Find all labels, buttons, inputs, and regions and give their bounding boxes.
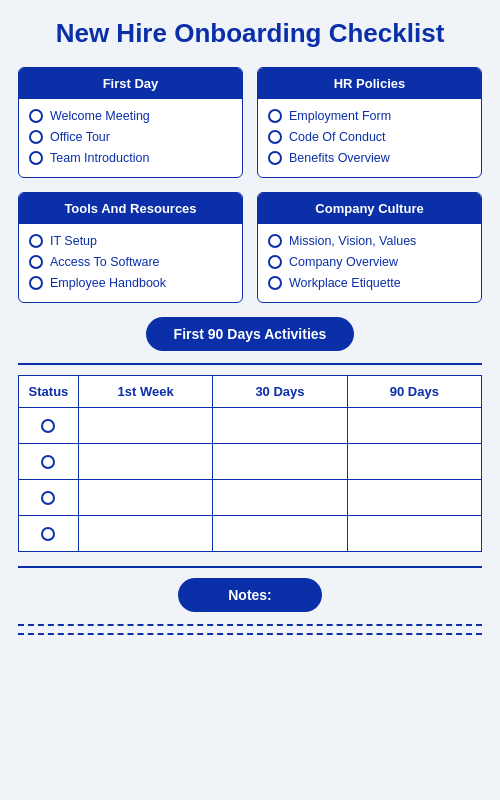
hr-policies-body: Employment Form Code Of Conduct Benefits… <box>258 99 481 177</box>
checkbox-icon[interactable] <box>268 130 282 144</box>
checkbox-icon[interactable] <box>29 276 43 290</box>
list-item: Employment Form <box>268 109 471 123</box>
days90-cell[interactable] <box>347 480 481 516</box>
checkbox-icon[interactable] <box>29 130 43 144</box>
col-90-days: 90 Days <box>347 376 481 408</box>
tools-resources-body: IT Setup Access To Software Employee Han… <box>19 224 242 302</box>
col-1st-week: 1st Week <box>78 376 212 408</box>
checkbox-icon[interactable] <box>29 109 43 123</box>
list-item: Workplace Etiquette <box>268 276 471 290</box>
tools-resources-header: Tools And Resources <box>19 193 242 224</box>
checkbox-icon[interactable] <box>268 255 282 269</box>
activities-table: Status 1st Week 30 Days 90 Days <box>18 375 482 552</box>
checkbox-icon[interactable] <box>29 255 43 269</box>
days30-cell[interactable] <box>213 480 347 516</box>
hr-policies-header: HR Policies <box>258 68 481 99</box>
table-header-row: Status 1st Week 30 Days 90 Days <box>19 376 482 408</box>
company-culture-card: Company Culture Mission, Vision, Values … <box>257 192 482 303</box>
col-status: Status <box>19 376 79 408</box>
list-item: Benefits Overview <box>268 151 471 165</box>
status-checkbox-icon[interactable] <box>41 491 55 505</box>
checkbox-icon[interactable] <box>268 276 282 290</box>
main-title: New Hire Onboarding Checklist <box>18 18 482 49</box>
status-cell <box>19 444 79 480</box>
status-checkbox-icon[interactable] <box>41 455 55 469</box>
activities-button[interactable]: First 90 Days Activities <box>146 317 355 351</box>
list-item: Company Overview <box>268 255 471 269</box>
table-row <box>19 444 482 480</box>
company-culture-body: Mission, Vision, Values Company Overview… <box>258 224 481 302</box>
table-row <box>19 516 482 552</box>
checkbox-icon[interactable] <box>268 151 282 165</box>
week-cell[interactable] <box>78 480 212 516</box>
first-day-card: First Day Welcome Meeting Office Tour Te… <box>18 67 243 178</box>
week-cell[interactable] <box>78 444 212 480</box>
days90-cell[interactable] <box>347 408 481 444</box>
checkbox-icon[interactable] <box>29 151 43 165</box>
dashed-line-2 <box>18 633 482 635</box>
status-checkbox-icon[interactable] <box>41 419 55 433</box>
days30-cell[interactable] <box>213 408 347 444</box>
table-row <box>19 408 482 444</box>
dashed-line-1 <box>18 624 482 626</box>
list-item: Team Introduction <box>29 151 232 165</box>
days90-cell[interactable] <box>347 444 481 480</box>
list-item: Welcome Meeting <box>29 109 232 123</box>
status-checkbox-icon[interactable] <box>41 527 55 541</box>
status-cell <box>19 408 79 444</box>
checkbox-icon[interactable] <box>29 234 43 248</box>
days90-cell[interactable] <box>347 516 481 552</box>
checkbox-icon[interactable] <box>268 234 282 248</box>
list-item: Employee Handbook <box>29 276 232 290</box>
bottom-grid: Tools And Resources IT Setup Access To S… <box>18 192 482 303</box>
status-cell <box>19 516 79 552</box>
first-day-body: Welcome Meeting Office Tour Team Introdu… <box>19 99 242 177</box>
page: New Hire Onboarding Checklist First Day … <box>0 0 500 662</box>
days30-cell[interactable] <box>213 516 347 552</box>
hr-policies-card: HR Policies Employment Form Code Of Cond… <box>257 67 482 178</box>
divider-2 <box>18 566 482 568</box>
table-row <box>19 480 482 516</box>
list-item: Mission, Vision, Values <box>268 234 471 248</box>
week-cell[interactable] <box>78 408 212 444</box>
first-day-header: First Day <box>19 68 242 99</box>
divider <box>18 363 482 365</box>
top-grid: First Day Welcome Meeting Office Tour Te… <box>18 67 482 178</box>
days30-cell[interactable] <box>213 444 347 480</box>
status-cell <box>19 480 79 516</box>
company-culture-header: Company Culture <box>258 193 481 224</box>
list-item: Access To Software <box>29 255 232 269</box>
list-item: IT Setup <box>29 234 232 248</box>
list-item: Code Of Conduct <box>268 130 471 144</box>
list-item: Office Tour <box>29 130 232 144</box>
col-30-days: 30 Days <box>213 376 347 408</box>
notes-button[interactable]: Notes: <box>178 578 322 612</box>
week-cell[interactable] <box>78 516 212 552</box>
checkbox-icon[interactable] <box>268 109 282 123</box>
tools-resources-card: Tools And Resources IT Setup Access To S… <box>18 192 243 303</box>
